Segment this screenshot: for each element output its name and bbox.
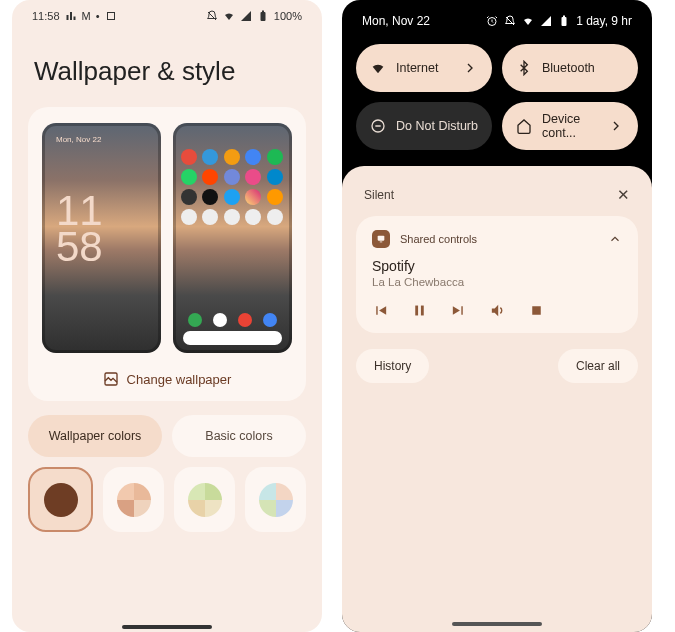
app-grid — [173, 145, 292, 229]
svg-rect-3 — [107, 13, 114, 20]
lockscreen-preview[interactable]: Mon, Nov 22 11 58 — [42, 123, 161, 353]
qs-label: Bluetooth — [542, 61, 595, 75]
tab-wallpaper-colors[interactable]: Wallpaper colors — [28, 415, 162, 457]
svg-rect-2 — [73, 17, 75, 21]
search-bar-preview — [183, 331, 282, 345]
qs-bluetooth[interactable]: Bluetooth — [502, 44, 638, 92]
silent-header: Silent ✕ — [356, 182, 638, 216]
svg-rect-9 — [563, 16, 565, 18]
color-swatch-brown[interactable]: ✓ — [28, 467, 93, 532]
home-icon — [516, 118, 532, 134]
svg-rect-1 — [70, 12, 72, 20]
battery-icon — [257, 10, 269, 22]
battery-time: 1 day, 9 hr — [576, 14, 632, 28]
clear-all-button[interactable]: Clear all — [558, 349, 638, 383]
qs-label: Internet — [396, 61, 438, 75]
svg-rect-15 — [532, 306, 541, 315]
history-button[interactable]: History — [356, 349, 429, 383]
silent-label: Silent — [364, 188, 394, 202]
notification-shade-screen: Mon, Nov 22 1 day, 9 hr Internet Bluetoo… — [342, 0, 652, 632]
quick-settings: Internet Bluetooth Do Not Disturb Device… — [342, 38, 652, 166]
color-swatches: ✓ — [12, 467, 322, 532]
wifi-icon — [223, 10, 235, 22]
status-right: 1 day, 9 hr — [486, 14, 632, 28]
svg-rect-12 — [380, 242, 383, 243]
svg-rect-4 — [260, 12, 265, 21]
analytics-icon — [65, 10, 77, 22]
bluetooth-icon — [516, 60, 532, 76]
media-subtitle: La La Chewbacca — [372, 276, 622, 288]
media-controls — [372, 302, 622, 319]
preview-clock: 11 58 — [56, 193, 103, 264]
media-header-label: Shared controls — [400, 233, 477, 245]
gmail-icon: M — [82, 10, 91, 22]
homescreen-preview[interactable] — [173, 123, 292, 353]
change-wallpaper-button[interactable]: Change wallpaper — [42, 371, 292, 387]
battery-icon — [558, 15, 570, 27]
tab-basic-colors[interactable]: Basic colors — [172, 415, 306, 457]
preview-card: Mon, Nov 22 11 58 — [28, 107, 306, 401]
page-title: Wallpaper & style — [12, 28, 322, 107]
screenshot-icon — [105, 10, 117, 22]
alarm-icon — [486, 15, 498, 27]
status-date: Mon, Nov 22 — [362, 14, 430, 28]
svg-rect-11 — [378, 236, 385, 241]
notification-shade: Silent ✕ Shared controls Spotify La La C… — [342, 166, 652, 632]
stop-button[interactable] — [528, 302, 545, 319]
svg-rect-5 — [262, 11, 264, 13]
qs-internet[interactable]: Internet — [356, 44, 492, 92]
color-swatch-peach[interactable] — [103, 467, 164, 532]
qs-label: Do Not Disturb — [396, 119, 478, 133]
wallpaper-style-screen: 11:58 M • 100% Wallpaper & style Mon, No… — [12, 0, 322, 632]
battery-percent: 100% — [274, 10, 302, 22]
previous-button[interactable] — [372, 302, 389, 319]
statusbar: Mon, Nov 22 1 day, 9 hr — [342, 0, 652, 38]
svg-rect-14 — [421, 306, 424, 316]
chevron-right-icon — [608, 118, 624, 134]
nav-handle[interactable] — [122, 625, 212, 629]
svg-rect-13 — [415, 306, 418, 316]
pause-button[interactable] — [411, 302, 428, 319]
dnd-status-icon — [504, 15, 516, 27]
dnd-status-icon — [206, 10, 218, 22]
status-clock: 11:58 — [32, 10, 60, 22]
status-left: 11:58 M • — [32, 10, 117, 22]
wifi-icon — [522, 15, 534, 27]
wallpaper-icon — [103, 371, 119, 387]
qs-label: Device cont... — [542, 112, 598, 140]
next-button[interactable] — [450, 302, 467, 319]
svg-rect-0 — [66, 15, 68, 20]
media-notification[interactable]: Shared controls Spotify La La Chewbacca — [356, 216, 638, 333]
media-title: Spotify — [372, 258, 622, 274]
preview-date: Mon, Nov 22 — [56, 135, 101, 144]
color-swatch-green[interactable] — [174, 467, 235, 532]
status-dots: • — [96, 10, 100, 22]
qs-device-controls[interactable]: Device cont... — [502, 102, 638, 150]
dnd-icon — [370, 118, 386, 134]
shade-actions: History Clear all — [356, 349, 638, 383]
volume-button[interactable] — [489, 302, 506, 319]
signal-icon — [240, 10, 252, 22]
chevron-up-icon[interactable] — [608, 232, 622, 246]
statusbar: 11:58 M • 100% — [12, 0, 322, 28]
status-right: 100% — [206, 10, 302, 22]
cast-icon — [372, 230, 390, 248]
chevron-right-icon — [462, 60, 478, 76]
nav-handle[interactable] — [452, 622, 542, 626]
signal-icon — [540, 15, 552, 27]
qs-dnd[interactable]: Do Not Disturb — [356, 102, 492, 150]
dock — [183, 313, 282, 327]
close-icon[interactable]: ✕ — [617, 186, 630, 204]
color-swatch-pastel[interactable] — [245, 467, 306, 532]
color-tabs: Wallpaper colors Basic colors — [28, 415, 306, 457]
change-wallpaper-label: Change wallpaper — [127, 372, 232, 387]
wifi-icon — [370, 60, 386, 76]
svg-rect-8 — [562, 17, 567, 26]
